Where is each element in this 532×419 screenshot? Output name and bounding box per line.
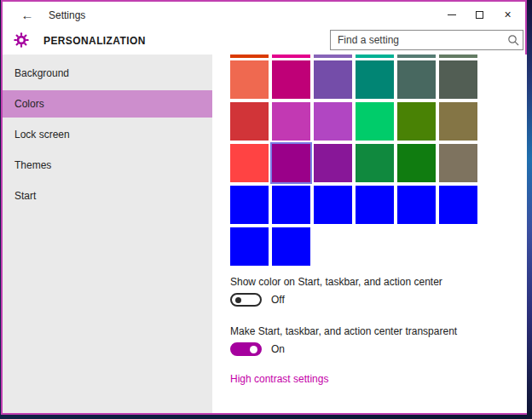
color-swatch[interactable]: [397, 144, 436, 182]
window-controls: ×: [437, 2, 522, 27]
minimize-icon: [448, 14, 456, 15]
titlebar: ← Settings ×: [3, 2, 525, 27]
sidebar-item-lock-screen[interactable]: Lock screen: [3, 121, 212, 148]
color-swatch[interactable]: [230, 144, 269, 182]
color-swatch[interactable]: [230, 227, 269, 266]
colors-page-content: Show color on Start, taskbar, and action…: [212, 55, 527, 413]
sidebar: Background Colors Lock screen Themes Sta…: [3, 55, 212, 413]
arrow-left-icon: ←: [21, 8, 34, 22]
color-swatch[interactable]: [230, 102, 269, 141]
color-swatch[interactable]: [439, 102, 477, 141]
search-input[interactable]: [330, 30, 523, 50]
swatch-row: [230, 144, 527, 182]
color-swatch-partial[interactable]: [272, 55, 310, 58]
color-swatch[interactable]: [356, 186, 394, 224]
window-title: Settings: [49, 9, 85, 21]
color-swatch[interactable]: [272, 144, 310, 182]
transparency-state: On: [271, 343, 285, 355]
color-swatch[interactable]: [439, 144, 477, 182]
toggle-knob: [235, 297, 241, 303]
magnifier-icon[interactable]: [507, 34, 519, 49]
sidebar-item-colors[interactable]: Colors: [3, 90, 212, 118]
gear-icon: [13, 32, 30, 52]
settings-window: ← Settings ×: [1, 0, 527, 415]
color-swatch[interactable]: [397, 186, 436, 224]
color-swatch[interactable]: [230, 186, 269, 224]
color-swatch[interactable]: [230, 60, 269, 99]
color-swatch[interactable]: [314, 186, 352, 224]
color-swatch[interactable]: [397, 60, 436, 99]
close-icon: ×: [504, 9, 511, 20]
color-swatch[interactable]: [314, 60, 352, 99]
sidebar-item-themes[interactable]: Themes: [3, 152, 212, 179]
swatch-row: [230, 186, 527, 224]
color-swatch[interactable]: [356, 102, 394, 141]
color-swatch[interactable]: [356, 144, 394, 182]
color-swatch-partial[interactable]: [397, 55, 436, 58]
color-swatch[interactable]: [439, 186, 477, 224]
maximize-button[interactable]: [466, 2, 494, 27]
transparency-label: Make Start, taskbar, and action center t…: [230, 325, 527, 337]
desktop-background: [527, 0, 532, 419]
show-color-state: Off: [271, 294, 285, 306]
color-swatch[interactable]: [356, 60, 394, 99]
page-title: PERSONALIZATION: [43, 35, 146, 47]
color-swatch-partial[interactable]: [439, 55, 477, 58]
sidebar-item-start[interactable]: Start: [3, 182, 212, 210]
close-button[interactable]: ×: [494, 2, 522, 27]
high-contrast-settings-link[interactable]: High contrast settings: [230, 373, 328, 385]
color-swatch[interactable]: [314, 144, 352, 182]
color-swatch[interactable]: [272, 60, 310, 99]
color-swatch[interactable]: [272, 102, 310, 141]
show-color-setting: Show color on Start, taskbar, and action…: [230, 276, 527, 307]
swatch-row: [230, 227, 527, 266]
color-swatch-grid: [230, 60, 527, 266]
color-swatch-partial[interactable]: [356, 55, 394, 58]
color-swatch[interactable]: [272, 227, 310, 266]
color-swatch[interactable]: [314, 102, 352, 141]
transparency-setting: Make Start, taskbar, and action center t…: [230, 325, 527, 356]
toggle-knob: [250, 346, 257, 353]
color-swatch[interactable]: [397, 102, 436, 141]
partial-swatch-row: [230, 55, 527, 58]
show-color-toggle[interactable]: [230, 293, 262, 307]
maximize-icon: [476, 11, 483, 19]
color-swatch-partial[interactable]: [230, 55, 269, 58]
search-box: [330, 30, 523, 50]
swatch-row: [230, 102, 527, 141]
minimize-button[interactable]: [437, 2, 466, 27]
header: PERSONALIZATION: [3, 27, 525, 55]
swatch-row: [230, 60, 527, 99]
back-button[interactable]: ←: [14, 2, 40, 27]
color-swatch-partial[interactable]: [314, 55, 352, 58]
color-swatch[interactable]: [272, 186, 310, 224]
transparency-toggle[interactable]: [230, 342, 262, 356]
sidebar-item-background[interactable]: Background: [3, 60, 212, 87]
color-swatch[interactable]: [439, 60, 477, 99]
show-color-label: Show color on Start, taskbar, and action…: [230, 276, 527, 288]
